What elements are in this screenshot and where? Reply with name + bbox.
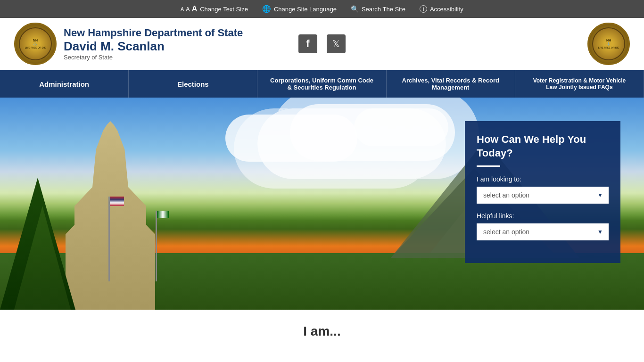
hero-section: How Can We Help You Today? I am looking … [0,98,644,310]
help-widget: How Can We Help You Today? I am looking … [465,121,620,263]
looking-label: I am looking to: [477,175,609,183]
seal-text-left: NH⚓LIVE FREE OR DIE [25,39,46,49]
looking-select-wrapper: select an option [477,187,609,204]
flag-2 [157,211,169,218]
search-icon: 🔍 [351,5,359,13]
flag-pole-2 [156,211,157,281]
seal-text-right: NH⚓LIVE FREE OR DIE [598,39,619,49]
nav-item-voter-registration[interactable]: Voter Registration & Motor Vehicle Law J… [515,70,644,98]
language-switcher[interactable]: 🌐 Change Site Language [262,5,337,13]
seal-left: NH⚓LIVE FREE OR DIE [14,23,57,65]
links-select-wrapper: select an option [477,223,609,240]
links-select[interactable]: select an option [477,223,609,240]
text-size-control[interactable]: A A A Change Text Size [181,5,248,13]
text-size-medium[interactable]: A [186,6,190,13]
looking-select[interactable]: select an option [477,187,609,204]
main-nav: Administration Elections Corporations, U… [0,70,644,98]
bottom-heading: I am... [9,324,635,339]
person-name: David M. Scanlan [64,39,243,54]
search-label: Search The Site [362,6,405,13]
info-icon: i [420,5,427,13]
help-widget-title: How Can We Help You Today? [477,133,609,160]
header-social: f 𝕏 [298,34,346,53]
help-divider [477,165,500,167]
globe-icon: 🌐 [262,5,271,13]
dept-name: New Hampshire Department of State [64,27,243,39]
search-site[interactable]: 🔍 Search The Site [351,5,405,13]
top-bar: A A A Change Text Size 🌐 Change Site Lan… [0,0,644,18]
nav-item-administration[interactable]: Administration [0,70,129,98]
role-title: Secretary of State [64,54,243,61]
nav-item-archives[interactable]: Archives, Vital Records & Record Managem… [387,70,515,98]
text-size-large[interactable]: A [192,5,198,13]
header-title: New Hampshire Department of State David … [64,27,243,61]
accessibility-label: Accessibility [430,6,463,13]
language-label: Change Site Language [274,6,337,13]
flag-pole-1 [108,197,110,281]
seal-right: NH⚓LIVE FREE OR DIE [587,23,630,65]
seal-right-image: NH⚓LIVE FREE OR DIE [587,23,630,65]
accessibility[interactable]: i Accessibility [420,5,463,13]
text-size-label: Change Text Size [200,6,248,13]
text-size-small[interactable]: A [181,7,184,12]
seal-inner-left: NH⚓LIVE FREE OR DIE [19,27,52,60]
bottom-section: I am... [0,310,644,353]
nav-item-corporations[interactable]: Corporations, Uniform Comm Code & Securi… [257,70,386,98]
seal-inner-right: NH⚓LIVE FREE OR DIE [592,27,625,60]
facebook-icon[interactable]: f [298,34,317,53]
flag-1 [110,197,124,206]
twitter-icon[interactable]: 𝕏 [327,34,346,53]
header: NH⚓LIVE FREE OR DIE New Hampshire Depart… [0,18,644,70]
cloud-3 [290,104,455,161]
nav-item-elections[interactable]: Elections [129,70,257,98]
links-label: Helpful links: [477,212,609,220]
